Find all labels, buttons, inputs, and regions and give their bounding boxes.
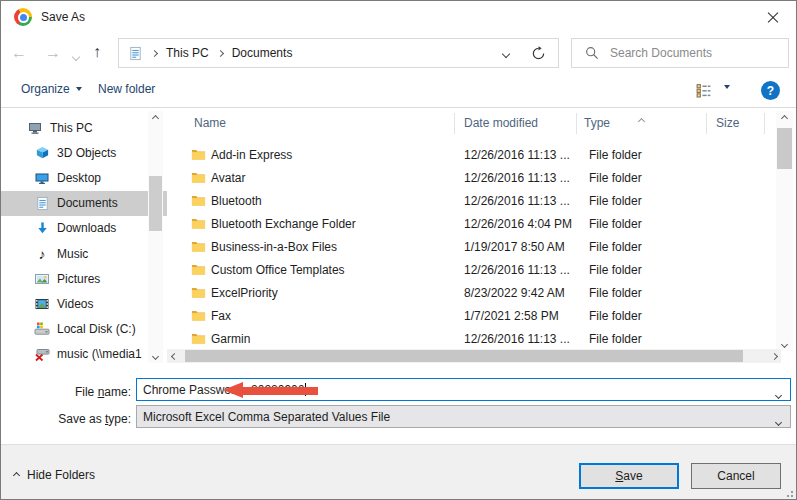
- cube-icon: [34, 145, 50, 161]
- window-title: Save As: [41, 10, 85, 24]
- new-folder-label: New folder: [98, 82, 155, 96]
- folder-location-icon: [127, 45, 143, 61]
- table-row[interactable]: Business-in-a-Box Files1/19/2017 8:50 AM…: [184, 235, 776, 258]
- scroll-up-icon[interactable]: [148, 111, 163, 125]
- breadcrumb-item-documents[interactable]: Documents: [232, 46, 293, 60]
- breadcrumb-separator-icon: [217, 49, 224, 56]
- table-row[interactable]: Bluetooth Exchange Folder12/26/2016 4:04…: [184, 212, 776, 235]
- column-header-date-modified[interactable]: Date modified: [464, 116, 538, 130]
- refresh-icon: [531, 46, 546, 61]
- hide-folders-button[interactable]: Hide Folders: [14, 468, 95, 482]
- refresh-button[interactable]: [519, 38, 559, 68]
- save-button[interactable]: Save: [579, 463, 679, 489]
- navigation-bar: ← → ↑ This PC Documents: [1, 33, 796, 73]
- table-row[interactable]: ExcelPriority8/23/2022 9:42 AMFile folde…: [184, 281, 776, 304]
- list-vertical-scrollbar[interactable]: [776, 111, 793, 351]
- sidebar-item-pictures[interactable]: Pictures: [1, 266, 167, 291]
- file-rows: Add-in Express12/26/2016 11:13 ...File f…: [184, 143, 776, 349]
- scroll-up-icon[interactable]: [776, 111, 793, 125]
- sidebar-item-this-pc[interactable]: This PC: [1, 115, 167, 140]
- sidebar-scrollbar[interactable]: [148, 111, 163, 363]
- history-dropdown-icon[interactable]: [73, 49, 79, 63]
- scroll-left-icon[interactable]: [167, 349, 181, 363]
- list-horizontal-scrollbar[interactable]: [167, 349, 781, 363]
- chrome-logo-icon: [14, 8, 32, 26]
- scrollbar-thumb[interactable]: [185, 350, 743, 362]
- scroll-down-icon[interactable]: [148, 349, 163, 363]
- search-icon: [585, 46, 599, 60]
- folder-icon: [191, 239, 206, 257]
- search-box: [571, 38, 789, 68]
- title-bar: Save As: [1, 1, 796, 33]
- file-name-input[interactable]: Chrome Passwords 20220906: [136, 378, 791, 401]
- column-headers: Name Date modified Type Size: [184, 108, 776, 139]
- organize-menu[interactable]: Organize: [21, 82, 82, 96]
- save-as-type-select[interactable]: Microsoft Excel Comma Separated Values F…: [136, 405, 791, 428]
- details-view-icon: [695, 82, 712, 99]
- file-list: Name Date modified Type Size Add-in Expr…: [184, 108, 776, 364]
- sidebar-item-music-network-drive[interactable]: music (\\media1: [1, 342, 167, 364]
- column-header-type[interactable]: Type: [584, 116, 610, 130]
- breadcrumb-item-this-pc[interactable]: This PC: [166, 46, 209, 60]
- table-row[interactable]: Garmin12/26/2016 11:13 ...File folder: [184, 327, 776, 349]
- chevron-down-icon: [724, 85, 730, 103]
- folder-icon: [191, 170, 206, 188]
- resize-grip[interactable]: [784, 488, 793, 497]
- music-note-icon: ♪: [34, 246, 50, 262]
- desktop-icon: [34, 170, 50, 186]
- save-as-dialog: Save As ← → ↑ This PC Documents Organ: [0, 0, 797, 500]
- document-icon: [34, 195, 50, 211]
- table-row[interactable]: Avatar12/26/2016 11:13 ...File folder: [184, 166, 776, 189]
- scrollbar-thumb[interactable]: [149, 176, 162, 231]
- scroll-right-icon[interactable]: [767, 349, 781, 363]
- folder-icon: [191, 308, 206, 326]
- sidebar-item-documents[interactable]: Documents: [1, 191, 167, 216]
- breadcrumb[interactable]: This PC Documents: [118, 38, 520, 68]
- table-row[interactable]: Add-in Express12/26/2016 11:13 ...File f…: [184, 143, 776, 166]
- scrollbar-thumb[interactable]: [777, 128, 792, 169]
- cancel-button[interactable]: Cancel: [691, 463, 781, 489]
- folder-icon: [191, 285, 206, 303]
- column-header-size[interactable]: Size: [716, 116, 739, 130]
- forward-icon[interactable]: →: [45, 43, 61, 63]
- sidebar-item-downloads[interactable]: Downloads: [1, 216, 167, 241]
- chevron-up-icon: [13, 471, 20, 478]
- save-as-type-label: Save as type:: [1, 412, 131, 426]
- save-as-type-value: Microsoft Excel Comma Separated Values F…: [143, 410, 390, 424]
- back-icon[interactable]: ←: [11, 43, 27, 63]
- up-directory-icon[interactable]: ↑: [93, 42, 101, 62]
- sort-ascending-icon: [639, 113, 644, 127]
- picture-icon: [34, 271, 50, 287]
- organize-label: Organize: [21, 82, 70, 96]
- column-header-name[interactable]: Name: [194, 116, 226, 130]
- sidebar-item-3d-objects[interactable]: 3D Objects: [1, 140, 167, 165]
- command-toolbar: Organize New folder ?: [1, 73, 796, 108]
- file-name-value: Chrome Passwords 20220906: [143, 383, 304, 397]
- navigation-pane: This PC 3D Objects Desktop Documents Dow…: [1, 108, 167, 364]
- folder-icon: [191, 262, 206, 280]
- search-input[interactable]: [610, 46, 770, 60]
- breadcrumb-separator-icon: [151, 49, 158, 56]
- view-options-dropdown[interactable]: [724, 89, 730, 103]
- sidebar-item-music[interactable]: ♪ Music: [1, 241, 167, 266]
- table-row[interactable]: Custom Office Templates12/26/2016 11:13 …: [184, 258, 776, 281]
- footer-bar: Hide Folders Save Cancel: [1, 444, 796, 500]
- chevron-down-icon: [76, 87, 82, 91]
- details-view-button[interactable]: [695, 82, 712, 102]
- help-button[interactable]: ?: [761, 81, 780, 100]
- help-icon: ?: [767, 84, 774, 98]
- sidebar-item-desktop[interactable]: Desktop: [1, 165, 167, 190]
- address-dropdown-icon[interactable]: [503, 46, 509, 60]
- folder-icon: [191, 193, 206, 211]
- sidebar-item-local-disk-c[interactable]: Local Disk (C:): [1, 317, 167, 342]
- new-folder-button[interactable]: New folder: [98, 82, 155, 96]
- chevron-down-icon[interactable]: [776, 387, 781, 401]
- hard-drive-icon: [34, 321, 50, 337]
- table-row[interactable]: Bluetooth12/26/2016 11:13 ...File folder: [184, 189, 776, 212]
- chevron-down-icon[interactable]: [776, 414, 781, 428]
- table-row[interactable]: Fax1/7/2021 2:58 PMFile folder: [184, 304, 776, 327]
- disconnected-network-drive-icon: [34, 346, 50, 362]
- close-button[interactable]: [750, 1, 796, 33]
- sidebar-item-videos[interactable]: Videos: [1, 291, 167, 316]
- video-icon: [34, 296, 50, 312]
